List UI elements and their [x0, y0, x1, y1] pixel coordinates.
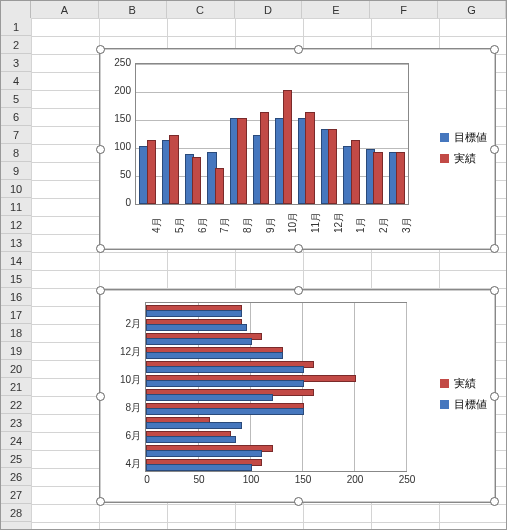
- row-header[interactable]: 5: [1, 90, 31, 108]
- bar: [146, 380, 304, 387]
- chart2-plot-area: [145, 302, 407, 472]
- bar: [351, 140, 360, 204]
- row-header[interactable]: 25: [1, 450, 31, 468]
- x-tick-label: 9月: [264, 217, 278, 233]
- bar: [146, 366, 304, 373]
- bar: [169, 135, 178, 204]
- chart1-legend: 目標値 実績: [440, 124, 487, 172]
- row-header[interactable]: 23: [1, 414, 31, 432]
- y-tick-label: 8月: [107, 401, 141, 415]
- bar: [146, 338, 252, 345]
- row-header[interactable]: 22: [1, 396, 31, 414]
- x-tick-label: 10月: [286, 212, 300, 233]
- bar: [328, 129, 337, 204]
- x-tick-label: 100: [239, 474, 263, 485]
- x-tick-label: 7月: [218, 217, 232, 233]
- row-header[interactable]: 4: [1, 72, 31, 90]
- bar: [146, 352, 283, 359]
- x-tick-label: 150: [291, 474, 315, 485]
- bar: [237, 118, 246, 204]
- y-tick-label: 150: [103, 113, 131, 124]
- row-header[interactable]: 7: [1, 126, 31, 144]
- bar: [215, 168, 224, 204]
- legend-item: 目標値: [440, 397, 487, 412]
- column-header[interactable]: A: [31, 1, 99, 18]
- row-header[interactable]: 14: [1, 252, 31, 270]
- row-header[interactable]: 10: [1, 180, 31, 198]
- legend-label: 目標値: [454, 397, 487, 412]
- y-tick-label: 10月: [107, 373, 141, 387]
- legend-item: 目標値: [440, 130, 487, 145]
- column-header[interactable]: F: [370, 1, 438, 18]
- bar: [373, 152, 382, 204]
- bar: [146, 436, 236, 443]
- y-tick-label: 100: [103, 141, 131, 152]
- legend-swatch-red: [440, 154, 449, 163]
- column-header[interactable]: D: [235, 1, 303, 18]
- row-header[interactable]: 19: [1, 342, 31, 360]
- spreadsheet[interactable]: ABCDEFG 12345678910111213141516171819202…: [1, 1, 506, 529]
- x-tick-label: 5月: [173, 217, 187, 233]
- bar: [147, 140, 156, 204]
- row-header[interactable]: 11: [1, 198, 31, 216]
- row-headers: 1234567891011121314151617181920212223242…: [1, 18, 32, 529]
- bar: [146, 394, 273, 401]
- x-tick-label: 11月: [309, 212, 323, 233]
- column-header[interactable]: G: [438, 1, 506, 18]
- row-header[interactable]: 27: [1, 486, 31, 504]
- chart-object-2[interactable]: 実績 目標値 0501001502002504月6月8月10月12月2月: [99, 289, 496, 503]
- row-header[interactable]: 9: [1, 162, 31, 180]
- row-header[interactable]: 6: [1, 108, 31, 126]
- x-tick-label: 250: [395, 474, 419, 485]
- row-header[interactable]: 15: [1, 270, 31, 288]
- chart-object-1[interactable]: 目標値 実績 0501001502002504月5月6月7月8月9月10月11月…: [99, 48, 496, 250]
- legend-label: 実績: [454, 151, 476, 166]
- row-header[interactable]: 16: [1, 288, 31, 306]
- row-header[interactable]: 1: [1, 18, 31, 36]
- row-header[interactable]: 12: [1, 216, 31, 234]
- row-header[interactable]: 24: [1, 432, 31, 450]
- y-tick-label: 0: [103, 197, 131, 208]
- y-tick-label: 6月: [107, 429, 141, 443]
- row-header[interactable]: 17: [1, 306, 31, 324]
- y-tick-label: 200: [103, 85, 131, 96]
- row-header[interactable]: 20: [1, 360, 31, 378]
- select-all-corner[interactable]: [1, 1, 31, 18]
- row-header[interactable]: 18: [1, 324, 31, 342]
- y-tick-label: 12月: [107, 345, 141, 359]
- x-tick-label: 3月: [400, 217, 414, 233]
- y-tick-label: 50: [103, 169, 131, 180]
- x-tick-label: 2月: [377, 217, 391, 233]
- bar: [146, 310, 242, 317]
- row-header[interactable]: 21: [1, 378, 31, 396]
- chart2-legend: 実績 目標値: [440, 370, 487, 418]
- column-header[interactable]: C: [167, 1, 235, 18]
- x-tick-label: 0: [135, 474, 159, 485]
- x-tick-label: 4月: [150, 217, 164, 233]
- legend-item: 実績: [440, 376, 487, 391]
- x-tick-label: 1月: [354, 217, 368, 233]
- legend-swatch-blue: [440, 133, 449, 142]
- bar: [396, 152, 405, 204]
- legend-swatch-red: [440, 379, 449, 388]
- legend-label: 実績: [454, 376, 476, 391]
- row-header[interactable]: 3: [1, 54, 31, 72]
- row-header[interactable]: 26: [1, 468, 31, 486]
- row-header[interactable]: 8: [1, 144, 31, 162]
- bar: [146, 422, 242, 429]
- bar: [146, 464, 252, 471]
- column-headers: ABCDEFG: [1, 1, 506, 19]
- row-header[interactable]: 13: [1, 234, 31, 252]
- bar: [283, 90, 292, 204]
- chart1-plot-area: [135, 63, 409, 205]
- column-header[interactable]: B: [99, 1, 167, 18]
- bar: [305, 112, 314, 204]
- x-tick-label: 8月: [241, 217, 255, 233]
- row-header[interactable]: 2: [1, 36, 31, 54]
- row-header[interactable]: 28: [1, 504, 31, 522]
- column-header[interactable]: E: [302, 1, 370, 18]
- x-tick-label: 200: [343, 474, 367, 485]
- x-tick-label: 50: [187, 474, 211, 485]
- y-tick-label: 2月: [107, 317, 141, 331]
- legend-item: 実績: [440, 151, 487, 166]
